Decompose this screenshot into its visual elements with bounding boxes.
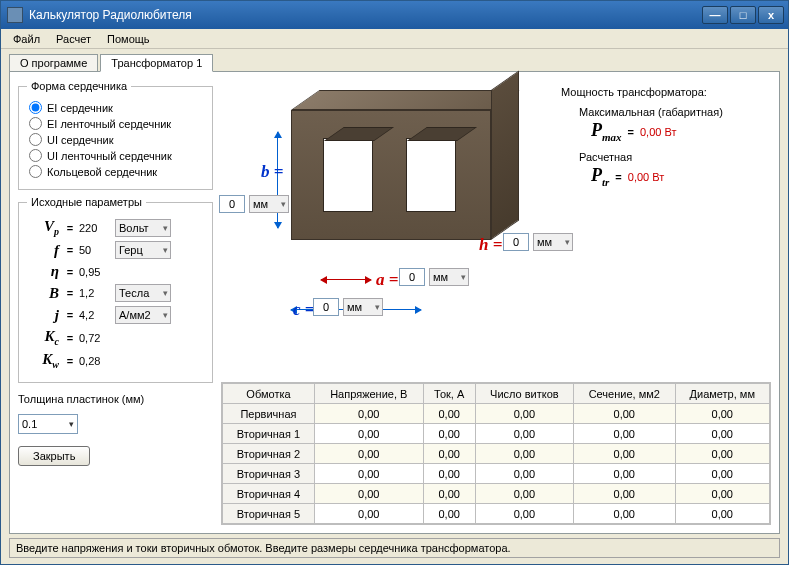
power-header: Мощность трансформатора: [561, 86, 767, 98]
core-form-legend: Форма сердечника [27, 80, 131, 92]
cell-voltage[interactable]: 0,00 [314, 404, 423, 424]
cell-diameter: 0,00 [675, 504, 770, 524]
thickness-label: Толщина пластинок (мм) [18, 393, 213, 405]
vp-value[interactable]: 220 [77, 222, 115, 234]
cell-section: 0,00 [574, 464, 675, 484]
table-row: Вторичная 20,000,000,000,000,00 [223, 444, 770, 464]
cell-voltage[interactable]: 0,00 [314, 444, 423, 464]
col-current: Ток, А [423, 384, 475, 404]
power-max-label: Максимальная (габаритная) [579, 106, 767, 118]
table-row: Вторичная 10,000,000,000,000,00 [223, 424, 770, 444]
radio-ring[interactable] [29, 165, 42, 178]
cell-current[interactable]: 0,00 [423, 484, 475, 504]
dim-c-unit[interactable]: мм [343, 298, 383, 316]
titlebar[interactable]: Калькулятор Радиолюбителя — □ x [1, 1, 788, 29]
power-calc-label: Расчетная [579, 151, 767, 163]
j-unit[interactable]: А/мм2 [115, 306, 171, 324]
cell-voltage[interactable]: 0,00 [314, 464, 423, 484]
cell-current[interactable]: 0,00 [423, 464, 475, 484]
cell-turns: 0,00 [475, 444, 573, 464]
cell-voltage[interactable]: 0,00 [314, 484, 423, 504]
col-turns: Число витков [475, 384, 573, 404]
cell-section: 0,00 [574, 444, 675, 464]
kc-value[interactable]: 0,72 [77, 332, 115, 344]
radio-ui-tape-label: UI ленточный сердечник [47, 150, 172, 162]
dim-h-label: h = [479, 235, 502, 255]
col-voltage: Напряжение, В [314, 384, 423, 404]
cell-turns: 0,00 [475, 424, 573, 444]
dim-c-input[interactable]: 0 [313, 298, 339, 316]
cell-section: 0,00 [574, 424, 675, 444]
maximize-button[interactable]: □ [730, 6, 756, 24]
dim-b-input[interactable]: 0 [219, 195, 245, 213]
core-form-group: Форма сердечника EI сердечник EI ленточн… [18, 80, 213, 190]
kw-value[interactable]: 0,28 [77, 355, 115, 367]
row-name: Первичная [223, 404, 315, 424]
menu-file[interactable]: Файл [5, 31, 48, 47]
b-value[interactable]: 1,2 [77, 287, 115, 299]
cell-turns: 0,00 [475, 404, 573, 424]
cell-current[interactable]: 0,00 [423, 424, 475, 444]
menu-help[interactable]: Помощь [99, 31, 158, 47]
radio-ei-tape-label: EI ленточный сердечник [47, 118, 171, 130]
minimize-button[interactable]: — [702, 6, 728, 24]
ptr-symbol: Ptr [591, 165, 609, 188]
dim-a-label: a = [376, 270, 398, 290]
radio-ui-label: UI сердечник [47, 134, 113, 146]
windings-table: Обмотка Напряжение, В Ток, А Число витко… [221, 382, 771, 525]
menubar: Файл Расчет Помощь [1, 29, 788, 49]
dim-h-input[interactable]: 0 [503, 233, 529, 251]
cell-voltage[interactable]: 0,00 [314, 424, 423, 444]
row-name: Вторичная 3 [223, 464, 315, 484]
ptr-value: 0,00 Вт [628, 171, 664, 183]
eta-value[interactable]: 0,95 [77, 266, 115, 278]
j-value[interactable]: 4,2 [77, 309, 115, 321]
app-icon [7, 7, 23, 23]
dim-a-input[interactable]: 0 [399, 268, 425, 286]
radio-ei-tape[interactable] [29, 117, 42, 130]
radio-ring-label: Кольцевой сердечник [47, 166, 157, 178]
radio-ui-tape[interactable] [29, 149, 42, 162]
cell-current[interactable]: 0,00 [423, 444, 475, 464]
col-winding: Обмотка [223, 384, 315, 404]
app-window: Калькулятор Радиолюбителя — □ x Файл Рас… [0, 0, 789, 565]
params-group: Исходные параметры Vp=220Вольт f=50Герц … [18, 196, 213, 383]
dim-b-unit[interactable]: мм [249, 195, 289, 213]
cell-diameter: 0,00 [675, 404, 770, 424]
row-name: Вторичная 1 [223, 424, 315, 444]
col-diameter: Диаметр, мм [675, 384, 770, 404]
close-button[interactable]: Закрыть [18, 446, 90, 466]
cell-current[interactable]: 0,00 [423, 404, 475, 424]
cell-diameter: 0,00 [675, 424, 770, 444]
row-name: Вторичная 2 [223, 444, 315, 464]
pmax-value: 0,00 Вт [640, 126, 676, 138]
table-row: Вторичная 40,000,000,000,000,00 [223, 484, 770, 504]
radio-ei[interactable] [29, 101, 42, 114]
tab-panel: Форма сердечника EI сердечник EI ленточн… [9, 71, 780, 534]
dim-a-unit[interactable]: мм [429, 268, 469, 286]
row-name: Вторичная 4 [223, 484, 315, 504]
dim-h-unit[interactable]: мм [533, 233, 573, 251]
cell-voltage[interactable]: 0,00 [314, 504, 423, 524]
f-unit[interactable]: Герц [115, 241, 171, 259]
dim-c-label: c = [293, 300, 314, 320]
cell-section: 0,00 [574, 404, 675, 424]
cell-diameter: 0,00 [675, 464, 770, 484]
cell-current[interactable]: 0,00 [423, 504, 475, 524]
table-row: Первичная0,000,000,000,000,00 [223, 404, 770, 424]
thickness-select[interactable]: 0.1 [18, 414, 78, 434]
menu-calc[interactable]: Расчет [48, 31, 99, 47]
tab-about[interactable]: О программе [9, 54, 98, 72]
radio-ui[interactable] [29, 133, 42, 146]
power-panel: Мощность трансформатора: Максимальная (г… [561, 80, 771, 195]
vp-unit[interactable]: Вольт [115, 219, 171, 237]
cell-section: 0,00 [574, 484, 675, 504]
b-unit[interactable]: Тесла [115, 284, 171, 302]
f-value[interactable]: 50 [77, 244, 115, 256]
tabs: О программе Трансформатор 1 [1, 49, 788, 71]
cell-turns: 0,00 [475, 464, 573, 484]
tab-transformer-1[interactable]: Трансформатор 1 [100, 54, 213, 72]
close-window-button[interactable]: x [758, 6, 784, 24]
params-legend: Исходные параметры [27, 196, 146, 208]
cell-section: 0,00 [574, 504, 675, 524]
